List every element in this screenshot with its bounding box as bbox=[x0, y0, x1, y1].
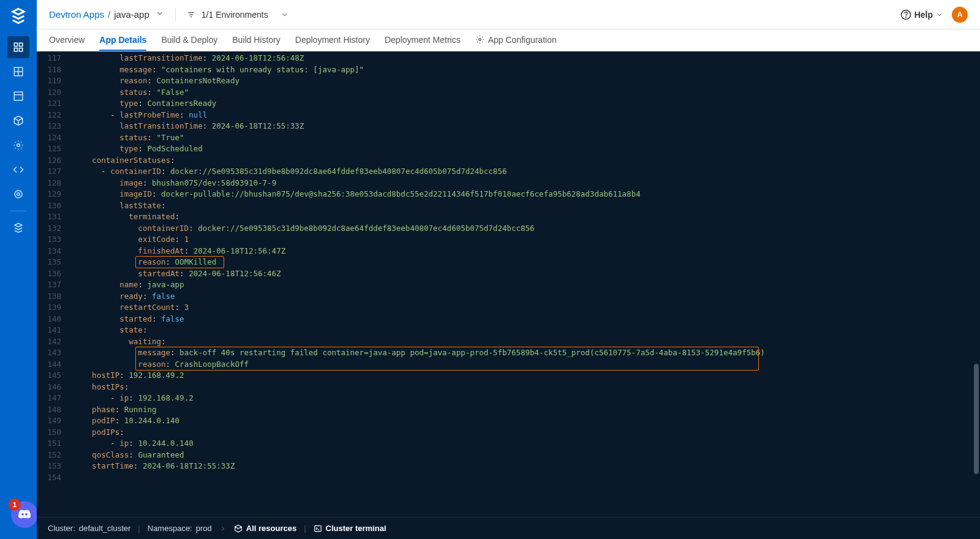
tab-app-configuration[interactable]: App Configuration bbox=[475, 29, 557, 51]
help-button[interactable]: Help bbox=[900, 9, 943, 20]
nav-grid-icon[interactable] bbox=[7, 85, 29, 107]
code-line bbox=[74, 472, 974, 484]
footer-cluster-label: Cluster: bbox=[48, 524, 75, 533]
breadcrumb-separator: / bbox=[108, 9, 110, 20]
svg-point-9 bbox=[17, 144, 20, 147]
code-line: message: back-off 40s restarting failed … bbox=[74, 347, 974, 359]
code-line: - ip: 10.244.0.140 bbox=[74, 438, 974, 450]
footer-separator: | bbox=[304, 524, 306, 533]
nav-apps-icon[interactable] bbox=[7, 36, 29, 58]
code-body[interactable]: lastTransitionTime: 2024-06-18T12:56:48Z… bbox=[66, 51, 980, 517]
svg-point-16 bbox=[905, 17, 906, 17]
tab-overview[interactable]: Overview bbox=[49, 29, 85, 51]
code-line: lastTransitionTime: 2024-06-18T12:55:33Z bbox=[74, 121, 974, 132]
svg-rect-7 bbox=[14, 92, 23, 100]
chevron-right-icon bbox=[219, 525, 227, 532]
user-avatar[interactable]: A bbox=[952, 7, 968, 23]
code-line: finishedAt: 2024-06-18T12:56:47Z bbox=[74, 246, 974, 257]
resource-footer: Cluster: default_cluster | Namespace: pr… bbox=[37, 517, 980, 539]
code-line: hostIP: 192.168.49.2 bbox=[74, 370, 974, 382]
chevron-down-icon bbox=[281, 10, 289, 19]
code-line: reason: OOMKilled bbox=[74, 257, 974, 268]
code-line: reason: CrashLoopBackOff bbox=[74, 359, 974, 371]
tab-build-deploy[interactable]: Build & Deploy bbox=[161, 29, 217, 51]
notification-badge: 1 bbox=[9, 499, 21, 511]
footer-separator: | bbox=[138, 524, 140, 533]
svg-rect-18 bbox=[314, 526, 321, 531]
env-filter-label: 1/1 Environments bbox=[202, 10, 268, 20]
scrollbar-thumb[interactable] bbox=[974, 364, 979, 474]
tab-deployment-metrics[interactable]: Deployment Metrics bbox=[385, 29, 461, 51]
tab-deployment-history[interactable]: Deployment History bbox=[295, 29, 370, 51]
svg-rect-3 bbox=[20, 48, 23, 51]
code-line: - containerID: docker://5e095385c31d9be8… bbox=[74, 166, 974, 178]
sidebar-divider bbox=[10, 211, 27, 211]
breadcrumb-current: java-app bbox=[114, 9, 149, 20]
svg-point-10 bbox=[15, 190, 22, 198]
code-line: lastState: bbox=[74, 200, 974, 212]
footer-all-resources-label: All resources bbox=[246, 524, 296, 533]
help-icon bbox=[900, 9, 911, 20]
app-switcher-chevron-icon[interactable] bbox=[156, 9, 164, 20]
svg-point-11 bbox=[17, 193, 20, 196]
code-line: status: "True" bbox=[74, 132, 974, 144]
code-line: message: "containers with unready status… bbox=[74, 64, 974, 76]
code-line: podIPs: bbox=[74, 427, 974, 439]
code-line: phase: Running bbox=[74, 404, 974, 416]
code-line: exitCode: 1 bbox=[74, 234, 974, 246]
line-gutter: 1171181191201211221231241251261271281291… bbox=[37, 51, 66, 517]
nav-cube-icon[interactable] bbox=[7, 110, 29, 132]
code-line: imageID: docker-pullable://bhushan075/de… bbox=[74, 189, 974, 200]
nav-code-icon[interactable] bbox=[7, 159, 29, 181]
code-line: image: bhushan075/dev:58d93910-7-9 bbox=[74, 178, 974, 189]
code-line: startedAt: 2024-06-18T12:56:46Z bbox=[74, 268, 974, 280]
nav-stack-icon[interactable] bbox=[7, 217, 29, 239]
code-line: state: bbox=[74, 325, 974, 336]
cube-icon bbox=[234, 524, 243, 533]
sidebar bbox=[0, 0, 37, 539]
tab-app-configuration-label: App Configuration bbox=[488, 35, 557, 45]
footer-cluster-value: default_cluster bbox=[79, 524, 131, 533]
filter-icon bbox=[187, 10, 195, 19]
code-line: status: "False" bbox=[74, 87, 974, 99]
topbar: Devtron Apps / java-app 1/1 Environments… bbox=[37, 0, 980, 29]
app-tabs: Overview App Details Build & Deploy Buil… bbox=[37, 29, 980, 51]
code-line: restartCount: 3 bbox=[74, 302, 974, 314]
code-line: lastTransitionTime: 2024-06-18T12:56:48Z bbox=[74, 53, 974, 64]
gear-icon bbox=[475, 35, 484, 44]
nav-settings-icon[interactable] bbox=[7, 134, 29, 156]
nav-chart-icon[interactable] bbox=[7, 61, 29, 83]
topbar-divider bbox=[175, 8, 176, 21]
code-line: podIP: 10.244.0.140 bbox=[74, 415, 974, 427]
svg-rect-1 bbox=[20, 43, 23, 46]
tab-build-history[interactable]: Build History bbox=[232, 29, 281, 51]
svg-rect-0 bbox=[14, 43, 17, 46]
tab-app-details[interactable]: App Details bbox=[99, 29, 146, 51]
footer-cluster-terminal[interactable]: Cluster terminal bbox=[314, 524, 386, 533]
footer-namespace-label: Namespace: bbox=[148, 524, 192, 533]
environment-filter[interactable]: 1/1 Environments bbox=[187, 10, 289, 20]
breadcrumb-root[interactable]: Devtron Apps bbox=[49, 9, 104, 20]
footer-namespace-value: prod bbox=[196, 524, 212, 533]
code-line: type: ContainersReady bbox=[74, 98, 974, 110]
svg-rect-2 bbox=[14, 48, 17, 51]
footer-cluster: Cluster: default_cluster bbox=[48, 524, 130, 533]
code-line: - ip: 192.168.49.2 bbox=[74, 393, 974, 404]
code-line: - lastProbeTime: null bbox=[74, 110, 974, 121]
code-line: startTime: 2024-06-18T12:55:33Z bbox=[74, 461, 974, 472]
nav-gear-icon[interactable] bbox=[7, 183, 29, 205]
code-line: qosClass: Guaranteed bbox=[74, 450, 974, 461]
code-line: started: false bbox=[74, 314, 974, 325]
code-line: name: java-app bbox=[74, 279, 974, 291]
code-line: terminated: bbox=[74, 211, 974, 223]
svg-point-17 bbox=[478, 39, 481, 41]
code-line: containerStatuses: bbox=[74, 155, 974, 167]
code-line: type: PodScheduled bbox=[74, 143, 974, 155]
footer-cluster-terminal-label: Cluster terminal bbox=[326, 524, 386, 533]
footer-all-resources[interactable]: All resources bbox=[234, 524, 296, 533]
discord-button[interactable]: 1 bbox=[11, 501, 38, 528]
footer-namespace: Namespace: prod bbox=[148, 524, 212, 533]
devtron-logo-icon[interactable] bbox=[9, 6, 28, 26]
help-label: Help bbox=[914, 10, 933, 20]
chevron-down-icon bbox=[936, 11, 943, 18]
